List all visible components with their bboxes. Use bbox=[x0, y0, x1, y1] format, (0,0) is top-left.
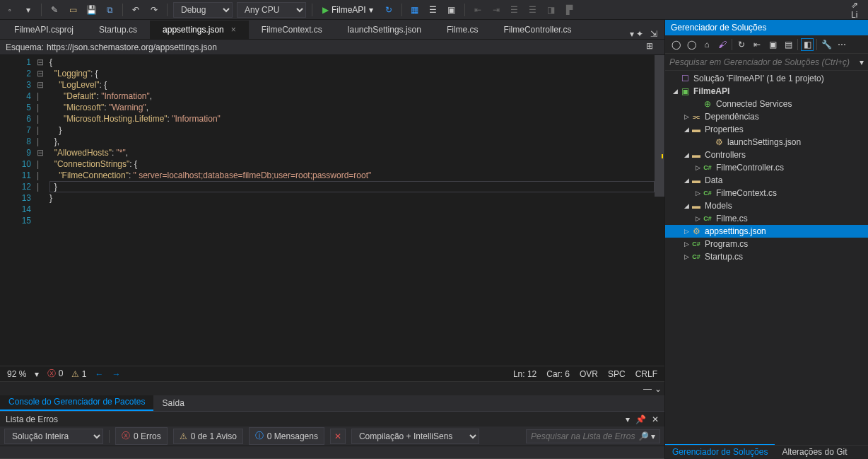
zoom-level[interactable]: 92 % bbox=[7, 369, 26, 379]
layers-icon[interactable]: ☰ bbox=[426, 3, 440, 17]
nav-dropdown-icon[interactable]: ▾ bbox=[21, 3, 35, 17]
indent-left-icon[interactable]: ⇤ bbox=[471, 3, 485, 17]
comment-icon[interactable]: ☰ bbox=[508, 3, 522, 17]
document-tab[interactable]: FilmeAPI.csproj bbox=[1, 21, 86, 39]
tab-overflow-icon[interactable]: ⇲ bbox=[650, 29, 657, 39]
sidepanel-tab[interactable]: Gerenciador de Soluções bbox=[665, 444, 775, 459]
column-status: Car: 6 bbox=[546, 369, 570, 379]
more-icon[interactable]: ⋯ bbox=[835, 38, 848, 51]
collapse-icon[interactable]: ⇤ bbox=[751, 38, 763, 51]
clear-filter-button[interactable]: ✕ bbox=[330, 429, 346, 444]
indent-right-icon[interactable]: ⇥ bbox=[489, 3, 503, 17]
panel-pin-icon[interactable]: 📌 bbox=[635, 414, 646, 424]
tree-item[interactable]: C#Filme.cs bbox=[665, 212, 868, 225]
panel-x-icon[interactable]: ✕ bbox=[652, 414, 659, 424]
tree-label: FilmeController.cs bbox=[716, 163, 784, 173]
tree-item[interactable]: ⚙appsettings.json bbox=[665, 225, 868, 238]
document-tab[interactable]: FilmeContext.cs bbox=[249, 21, 335, 39]
document-tab[interactable]: Filme.cs bbox=[434, 21, 491, 39]
folder-icon: ▬ bbox=[691, 175, 702, 186]
solution-explorer-panel: Gerenciador de Soluções ◯ ◯ ⌂ 🖌 ↻ ⇤ ▣ ▤ … bbox=[664, 20, 868, 459]
panel-menu-icon[interactable]: — bbox=[643, 384, 652, 394]
search-dropdown-icon[interactable]: ▾ bbox=[860, 57, 864, 67]
tree-item[interactable]: ▬Data bbox=[665, 174, 868, 187]
new-file-icon[interactable]: ✎ bbox=[47, 3, 61, 17]
config-select[interactable]: Debug bbox=[173, 2, 233, 18]
tab-options[interactable]: ▾ ✦ bbox=[630, 29, 643, 39]
save-all-icon[interactable]: ⧉ bbox=[102, 3, 117, 17]
nav-prev-icon[interactable]: ← bbox=[95, 369, 103, 379]
error-indicator[interactable]: ⓧ 0 bbox=[47, 368, 63, 380]
error-list-columns[interactable] bbox=[0, 446, 664, 459]
solution-search-box[interactable]: ▾ bbox=[665, 54, 868, 71]
tree-item[interactable]: C#FilmeController.cs bbox=[665, 161, 868, 174]
browser-icon[interactable]: ▦ bbox=[408, 3, 422, 17]
live-share-icon[interactable]: ⇗ Li bbox=[851, 3, 865, 17]
switch-view-icon[interactable]: 🖌 bbox=[716, 38, 729, 51]
nav-next-icon[interactable]: → bbox=[112, 369, 120, 379]
document-tab[interactable]: appsettings.json bbox=[150, 21, 249, 39]
schema-input[interactable] bbox=[47, 42, 646, 52]
output-tab[interactable]: Saída bbox=[153, 395, 192, 411]
tree-item[interactable]: ▬Models bbox=[665, 199, 868, 212]
bookmark-icon[interactable]: ◨ bbox=[544, 3, 558, 17]
properties-icon[interactable]: ▤ bbox=[782, 38, 794, 51]
back-icon[interactable]: ◯ bbox=[669, 38, 682, 51]
tree-item[interactable]: ▣FilmeAPI bbox=[665, 85, 868, 98]
save-icon[interactable]: 💾 bbox=[84, 3, 98, 17]
display-icon[interactable]: ▣ bbox=[445, 3, 459, 17]
document-tabs: FilmeAPI.csprojStartup.csappsettings.jso… bbox=[0, 20, 664, 40]
sync-icon[interactable]: ↻ bbox=[735, 38, 748, 51]
uncomment-icon[interactable]: ☰ bbox=[526, 3, 540, 17]
error-search-input[interactable] bbox=[531, 431, 638, 441]
csproj-icon: ▣ bbox=[679, 86, 691, 97]
tree-item[interactable]: ☐Solução 'FilmeAPI' (1 de 1 projeto) bbox=[665, 72, 868, 85]
refresh-icon[interactable]: ↻ bbox=[382, 3, 396, 17]
preview-icon[interactable]: ◧ bbox=[801, 38, 814, 51]
platform-select[interactable]: Any CPU bbox=[237, 2, 306, 18]
home-icon[interactable]: ⌂ bbox=[700, 38, 713, 51]
editor-scrollbar[interactable] bbox=[655, 55, 664, 366]
show-all-icon[interactable]: ▣ bbox=[766, 38, 779, 51]
tree-item[interactable]: ⚙launchSettings.json bbox=[665, 136, 868, 149]
tree-item[interactable]: ▬Properties bbox=[665, 123, 868, 136]
split-grid-icon[interactable]: ⊞ bbox=[646, 41, 659, 54]
undo-icon[interactable]: ↶ bbox=[129, 3, 143, 17]
document-tab[interactable]: FilmeController.cs bbox=[491, 21, 585, 39]
redo-icon[interactable]: ↷ bbox=[147, 3, 161, 17]
wrench-icon[interactable]: 🔧 bbox=[820, 38, 833, 51]
solution-tree[interactable]: ☐Solução 'FilmeAPI' (1 de 1 projeto)▣Fil… bbox=[665, 71, 868, 445]
document-tab[interactable]: launchSettings.json bbox=[335, 21, 434, 39]
code-editor[interactable]: 123456789101112131415 ⊟⊟⊟||||| ⊟||| { "L… bbox=[0, 55, 664, 366]
build-source-select[interactable]: Compilação + IntelliSens bbox=[351, 429, 479, 444]
tree-item[interactable]: C#FilmeContext.cs bbox=[665, 187, 868, 199]
open-icon[interactable]: ▭ bbox=[66, 3, 80, 17]
error-list-header: Lista de Erros ▾ 📌 ✕ bbox=[0, 411, 664, 426]
error-scope-select[interactable]: Solução Inteira bbox=[4, 429, 103, 444]
warning-indicator[interactable]: ⚠ 1 bbox=[71, 369, 86, 379]
warnings-filter-button[interactable]: ⚠0 de 1 Aviso bbox=[173, 429, 243, 444]
zoom-dropdown-icon[interactable]: ▾ bbox=[35, 369, 39, 379]
panel-close-icon[interactable]: ⌄ bbox=[655, 384, 662, 394]
tree-item[interactable]: C#Startup.cs bbox=[665, 250, 868, 263]
fold-gutter[interactable]: ⊟⊟⊟||||| ⊟||| bbox=[37, 55, 49, 366]
output-tab[interactable]: Console do Gerenciador de Pacotes bbox=[0, 394, 153, 411]
schema-label: Esquema: bbox=[6, 42, 44, 52]
nav-back-icon[interactable]: ◦ bbox=[3, 3, 17, 17]
tree-item[interactable]: ▬Controllers bbox=[665, 149, 868, 161]
document-tab[interactable]: Startup.cs bbox=[86, 21, 150, 39]
run-button[interactable]: ▶FilmeAPI ▾ bbox=[318, 5, 377, 15]
tree-item[interactable]: C#Program.cs bbox=[665, 238, 868, 250]
tree-item[interactable]: ⊕Connected Services bbox=[665, 98, 868, 110]
tree-item[interactable]: ⫘Dependências bbox=[665, 110, 868, 123]
flag-icon[interactable]: ▛ bbox=[563, 3, 577, 17]
error-search-box[interactable]: 🔎 ▾ bbox=[526, 429, 660, 443]
solution-search-input[interactable] bbox=[669, 57, 860, 67]
panel-dropdown-icon[interactable]: ▾ bbox=[626, 414, 630, 424]
messages-filter-button[interactable]: ⓘ0 Mensagens bbox=[249, 427, 324, 445]
errors-filter-button[interactable]: ⓧ0 Erros bbox=[115, 427, 168, 445]
forward-icon[interactable]: ◯ bbox=[685, 38, 698, 51]
dep-icon: ⫘ bbox=[691, 111, 702, 122]
code-content[interactable]: { "Logging": { "LogLevel": { "Default": … bbox=[49, 55, 664, 366]
sidepanel-tab[interactable]: Alterações do Git bbox=[775, 445, 854, 459]
